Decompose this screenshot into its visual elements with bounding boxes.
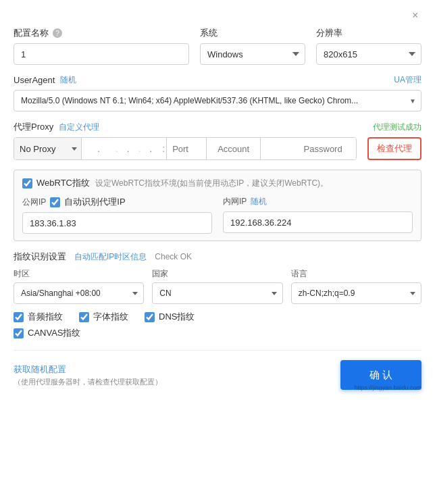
main-window: × 配置名称 ? 系统 Windows 分辨率 820x615 UserA: [0, 0, 435, 504]
webrtc-checkbox[interactable]: [22, 178, 32, 188]
private-ip-group: 内网IP 随机: [223, 196, 413, 234]
save-button[interactable]: 确 认: [340, 360, 421, 390]
dns-fingerprint-text: DNS指纹: [159, 311, 195, 323]
ua-random-button[interactable]: 随机: [60, 74, 76, 86]
font-fingerprint-text: 字体指纹: [93, 311, 128, 323]
timezone-group: 时区 Asia/Shanghai +08:00: [14, 268, 144, 304]
language-group: 语言 zh-CN;zh;q=0.9: [291, 268, 421, 304]
canvas-fingerprint-label[interactable]: CANVAS指纹: [14, 327, 421, 339]
webrtc-section: WebRTC指纹 设定WebRTC指纹环境(如当前使用动态IP，建议关闭WebR…: [14, 170, 421, 241]
random-config-link[interactable]: 获取随机配置: [14, 363, 162, 376]
proxy-header-left: 代理Proxy 自定义代理: [14, 121, 99, 133]
dns-fingerprint-label[interactable]: DNS指纹: [145, 311, 195, 323]
fingerprint-title: 指纹识别设置: [14, 251, 66, 263]
config-name-label-row: 配置名称 ?: [14, 27, 189, 39]
public-ip-label: 公网IP: [22, 197, 46, 208]
ua-header: UserAgent 随机 UA管理: [14, 74, 421, 86]
webrtc-header: WebRTC指纹 设定WebRTC指纹环境(如当前使用动态IP，建议关闭WebR…: [22, 177, 413, 189]
proxy-test-success: 代理测试成功: [373, 122, 421, 133]
proxy-colon: :: [161, 143, 166, 154]
ua-manage-link[interactable]: UA管理: [394, 74, 421, 86]
fingerprint-checkboxes-row: 音频指纹 字体指纹 DNS指纹: [14, 311, 421, 323]
proxy-row-wrapper: No Proxy HTTP HTTPS SOCKS5 . . : 检查代理: [14, 137, 421, 160]
proxy-section: 代理Proxy 自定义代理 代理测试成功 No Proxy HTTP HTTPS…: [14, 121, 421, 160]
config-row: 配置名称 ? 系统 Windows 分辨率 820x615: [14, 27, 421, 65]
fingerprint-section: 指纹识别设置 自动匹配IP时区信息 Check OK 时区 Asia/Shang…: [14, 251, 421, 339]
bottom-section: 获取随机配置 （使用代理服务器时，请检查代理获取配置） 确 认 https://…: [14, 350, 421, 390]
proxy-account-input[interactable]: [207, 138, 261, 159]
proxy-inputs-inner: No Proxy HTTP HTTPS SOCKS5 . . :: [14, 137, 357, 160]
auto-detect-label[interactable]: 自动识别代理IP: [50, 196, 125, 208]
proxy-check-button[interactable]: 检查代理: [367, 137, 421, 160]
proxy-ip-3[interactable]: [140, 138, 161, 159]
resolution-label: 分辨率: [316, 27, 421, 39]
webrtc-checkbox-label[interactable]: WebRTC指纹: [22, 177, 90, 189]
audio-fingerprint-checkbox[interactable]: [14, 312, 24, 322]
webrtc-description: 设定WebRTC指纹环境(如当前使用动态IP，建议关闭WebRTC)。: [95, 178, 328, 189]
language-label: 语言: [291, 268, 421, 280]
proxy-port-input[interactable]: [166, 138, 207, 159]
ua-input[interactable]: [14, 90, 421, 111]
useragent-row: UserAgent 随机 UA管理 ▼: [14, 74, 421, 111]
auto-detect-checkbox[interactable]: [50, 197, 60, 207]
config-name-group: 配置名称 ?: [14, 27, 189, 65]
random-config-description: （使用代理服务器时，请检查代理获取配置）: [14, 377, 162, 387]
system-label: 系统: [200, 27, 305, 39]
ua-label: UserAgent: [14, 75, 55, 85]
canvas-fingerprint-checkbox[interactable]: [14, 328, 24, 338]
fingerprint-header: 指纹识别设置 自动匹配IP时区信息 Check OK: [14, 251, 421, 263]
auto-detect-text: 自动识别代理IP: [64, 196, 125, 208]
canvas-fingerprint-text: CANVAS指纹: [28, 327, 81, 339]
fingerprint-selects-row: 时区 Asia/Shanghai +08:00 国家 CN 语言 zh-CN;z…: [14, 268, 421, 304]
resolution-group: 分辨率 820x615: [316, 27, 421, 65]
random-config-left: 获取随机配置 （使用代理服务器时，请检查代理获取配置）: [14, 363, 162, 387]
private-ip-header: 内网IP 随机: [223, 196, 413, 207]
fingerprint-check-ok: Check OK: [155, 252, 192, 261]
ua-input-wrapper: ▼: [14, 90, 421, 111]
font-fingerprint-checkbox[interactable]: [79, 312, 89, 322]
save-btn-wrapper: 确 认 https://jingyan.baidu.com: [340, 360, 421, 390]
close-button[interactable]: ×: [412, 11, 421, 20]
private-ip-label: 内网IP: [223, 196, 247, 207]
public-ip-header: 公网IP 自动识别代理IP: [22, 196, 212, 208]
font-fingerprint-label[interactable]: 字体指纹: [79, 311, 128, 323]
country-group: 国家 CN: [152, 268, 282, 304]
config-name-label: 配置名称: [14, 27, 49, 39]
webrtc-label: WebRTC指纹: [36, 177, 90, 189]
resolution-select[interactable]: 820x615: [316, 43, 421, 65]
country-select[interactable]: CN: [152, 282, 282, 304]
proxy-custom-link[interactable]: 自定义代理: [59, 122, 99, 133]
ua-header-left: UserAgent 随机: [14, 74, 76, 86]
config-name-input[interactable]: [14, 43, 189, 65]
public-ip-group: 公网IP 自动识别代理IP: [22, 196, 212, 234]
webrtc-ips: 公网IP 自动识别代理IP 内网IP 随机: [22, 196, 413, 234]
title-bar: ×: [14, 11, 421, 20]
proxy-password-input[interactable]: [261, 138, 357, 159]
audio-fingerprint-label[interactable]: 音频指纹: [14, 311, 63, 323]
proxy-ip-2[interactable]: [118, 138, 138, 159]
public-ip-input[interactable]: [22, 212, 212, 234]
proxy-header: 代理Proxy 自定义代理 代理测试成功: [14, 121, 421, 133]
dns-fingerprint-checkbox[interactable]: [145, 312, 155, 322]
proxy-ip-1[interactable]: [82, 138, 116, 159]
system-select[interactable]: Windows: [200, 43, 305, 65]
private-ip-random-link[interactable]: 随机: [251, 196, 267, 207]
proxy-label: 代理Proxy: [14, 121, 53, 133]
system-group: 系统 Windows: [200, 27, 305, 65]
fingerprint-auto-match-link[interactable]: 自动匹配IP时区信息: [74, 251, 147, 263]
language-select[interactable]: zh-CN;zh;q=0.9: [291, 282, 421, 304]
proxy-type-select[interactable]: No Proxy HTTP HTTPS SOCKS5: [14, 138, 82, 159]
private-ip-input[interactable]: [223, 211, 413, 233]
audio-fingerprint-text: 音频指纹: [28, 311, 63, 323]
ua-dropdown-arrow-icon[interactable]: ▼: [409, 97, 416, 105]
fingerprint-canvas-row: CANVAS指纹: [14, 327, 421, 339]
help-icon[interactable]: ?: [53, 28, 62, 38]
country-label: 国家: [152, 268, 282, 280]
timezone-label: 时区: [14, 268, 144, 280]
timezone-select[interactable]: Asia/Shanghai +08:00: [14, 282, 144, 304]
